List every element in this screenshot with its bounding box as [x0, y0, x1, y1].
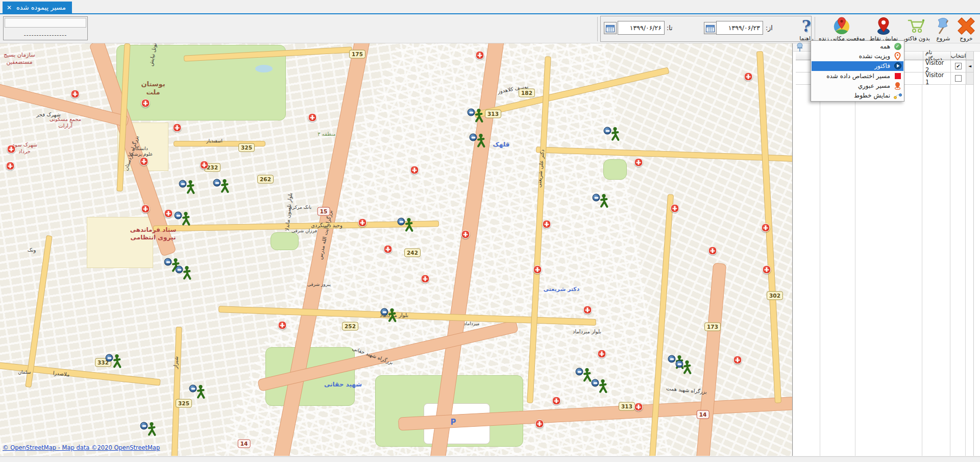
- factor-point-marker[interactable]: [668, 355, 676, 363]
- date-to-field[interactable]: ۱۳۹۹/۰۶/۲۶: [618, 21, 665, 35]
- not-visited-marker[interactable]: [140, 157, 149, 166]
- road-badge-262: 262: [257, 175, 274, 184]
- toolbar-button-start-flag[interactable]: شروع: [933, 16, 953, 42]
- toolbar-button-label: خروج: [960, 35, 972, 42]
- date-from-label: از:: [766, 24, 773, 32]
- osm-attribution-link[interactable]: © OpenStreetMap - Map data ©2020 OpenStr…: [3, 444, 160, 451]
- factor-point-marker[interactable]: [176, 266, 183, 274]
- factor-point-marker[interactable]: [468, 109, 475, 116]
- toolbar-button-cart[interactable]: بدون فاکتور: [901, 16, 932, 42]
- query-input[interactable]: [5, 18, 86, 28]
- orange-pin-icon: [893, 52, 902, 60]
- police-hq-block: [87, 217, 153, 268]
- not-visited-marker[interactable]: [708, 247, 717, 255]
- not-visited-marker[interactable]: [671, 204, 679, 213]
- query-dashes: -----------------: [4, 32, 87, 38]
- not-visited-marker[interactable]: [533, 265, 542, 274]
- not-visited-marker[interactable]: [763, 265, 771, 274]
- filter-dropdown-menu: ✓همهویزیت نشدهفاکتورمسیر اختصاص داده شده…: [811, 40, 904, 102]
- device-checkbox[interactable]: [955, 75, 962, 82]
- not-visited-marker[interactable]: [583, 306, 592, 314]
- factor-point-marker[interactable]: [576, 368, 583, 376]
- not-visited-marker[interactable]: [762, 224, 770, 232]
- date-range-group: ۱۳۹۹/۰۶/۲۶ تا: ۱۳۹۹/۰۶/۲۳ از:: [600, 16, 812, 42]
- factor-point-marker[interactable]: [592, 379, 599, 387]
- factor-point-marker[interactable]: [189, 385, 197, 393]
- factor-point-marker[interactable]: [593, 194, 600, 202]
- not-visited-marker[interactable]: [634, 158, 643, 167]
- menu-item-0[interactable]: ✓همه: [812, 41, 903, 51]
- factor-point-marker[interactable]: [213, 179, 221, 187]
- not-visited-marker[interactable]: [461, 230, 470, 239]
- factor-point-marker[interactable]: [175, 212, 182, 220]
- query-box[interactable]: -----------------: [3, 16, 88, 40]
- menu-item-1[interactable]: ویزیت نشده: [812, 51, 903, 61]
- not-visited-marker[interactable]: [410, 166, 419, 175]
- not-visited-marker[interactable]: [421, 275, 430, 283]
- factor-circle-icon: [893, 62, 902, 69]
- not-visited-marker[interactable]: [200, 161, 209, 169]
- not-visited-marker[interactable]: [164, 209, 173, 218]
- factor-point-marker[interactable]: [140, 422, 148, 430]
- date-from-field[interactable]: ۱۳۹۹/۰۶/۲۳: [716, 21, 763, 35]
- not-visited-marker[interactable]: [141, 99, 150, 108]
- factor-point-marker[interactable]: [470, 134, 477, 141]
- road-badge-15: 15: [317, 207, 330, 216]
- menu-item-5[interactable]: نمایش خطوط: [812, 90, 903, 100]
- not-visited-marker[interactable]: [71, 90, 80, 99]
- close-icon[interactable]: ✕: [7, 5, 12, 11]
- select-cell[interactable]: ✔: [950, 60, 966, 72]
- select-cell[interactable]: [950, 72, 966, 84]
- not-visited-marker[interactable]: [476, 51, 484, 60]
- not-visited-marker[interactable]: [744, 72, 753, 81]
- tab-bar: ✕ مسیر پیموده شده: [0, 0, 980, 14]
- factor-point-marker[interactable]: [676, 360, 683, 368]
- grid-line: [922, 52, 922, 456]
- not-visited-marker[interactable]: [384, 245, 393, 254]
- not-visited-marker[interactable]: [6, 162, 15, 171]
- not-visited-marker[interactable]: [733, 356, 742, 364]
- map-canvas[interactable]: 1751823133252322622422523021733133253321…: [0, 43, 793, 456]
- calendar-icon: [606, 25, 615, 32]
- menu-item-2[interactable]: فاکتور: [812, 61, 903, 71]
- not-visited-marker[interactable]: [308, 113, 317, 122]
- not-visited-marker[interactable]: [7, 145, 16, 154]
- not-visited-marker[interactable]: [634, 403, 643, 411]
- calendar-to-button[interactable]: [604, 22, 617, 34]
- toolbar-button-label: شروع: [936, 35, 950, 42]
- transit-pin-icon: [893, 82, 902, 90]
- not-visited-marker[interactable]: [543, 220, 551, 229]
- device-checkbox[interactable]: ✔: [955, 63, 962, 69]
- start-flag-icon: [935, 16, 952, 35]
- factor-point-marker[interactable]: [381, 308, 388, 316]
- toolbar-button-red-pin[interactable]: نمایش نقاط: [868, 16, 900, 42]
- not-visited-marker[interactable]: [535, 420, 544, 428]
- park-pond: [255, 65, 273, 72]
- toolbar-button-map-globe[interactable]: موقعیت مکانی زنده: [817, 16, 867, 42]
- factor-point-marker[interactable]: [604, 127, 611, 135]
- not-visited-marker[interactable]: [598, 350, 606, 358]
- cart-icon: [907, 16, 926, 35]
- toolbar-button-label: بدون فاکتور: [902, 35, 930, 42]
- grid-line: [950, 52, 950, 456]
- not-visited-marker[interactable]: [358, 218, 367, 227]
- device-name-cell: Visitor 1: [923, 72, 950, 84]
- not-visited-marker[interactable]: [278, 321, 287, 330]
- column-header-select[interactable]: انتخاب: [950, 52, 966, 60]
- toolbar-button-question[interactable]: ?راهنما: [797, 16, 816, 42]
- not-visited-marker[interactable]: [141, 205, 150, 213]
- calendar-from-button[interactable]: [704, 22, 717, 34]
- not-visited-marker[interactable]: [173, 124, 182, 132]
- road-badge-182: 182: [519, 89, 535, 98]
- road-badge-325: 325: [238, 143, 255, 152]
- factor-point-marker[interactable]: [398, 218, 405, 226]
- check-circle-icon: ✓: [893, 43, 902, 50]
- tab-route-traveled[interactable]: ✕ مسیر پیموده شده: [3, 2, 72, 13]
- menu-item-4[interactable]: مسیر عبوري: [812, 81, 903, 90]
- not-visited-marker[interactable]: [552, 397, 561, 405]
- menu-item-3[interactable]: مسیر اختصاص داده شده: [812, 71, 903, 81]
- factor-point-marker[interactable]: [179, 180, 187, 188]
- factor-point-marker[interactable]: [164, 258, 172, 266]
- factor-point-marker[interactable]: [106, 354, 113, 362]
- toolbar-button-exit-x[interactable]: خروج: [955, 16, 977, 42]
